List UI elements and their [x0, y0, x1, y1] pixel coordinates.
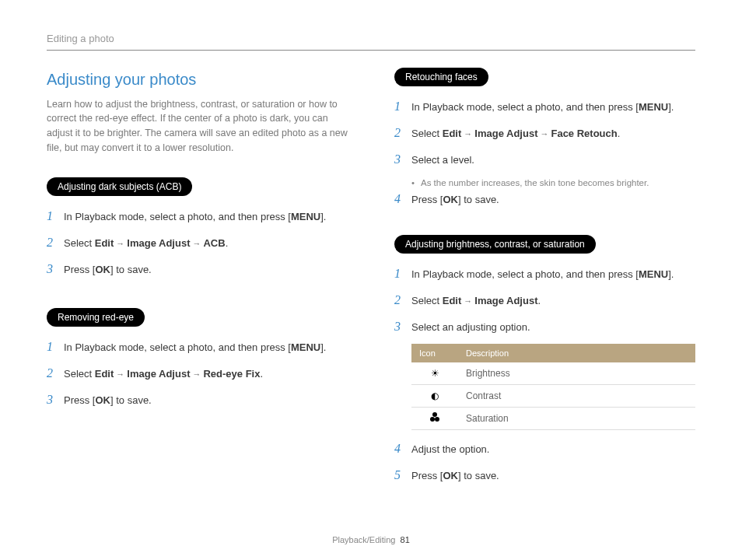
- image-adjust-label: Image Adjust: [474, 128, 537, 139]
- retouch-step-3-note: •As the number increases, the skin tone …: [411, 177, 695, 190]
- redeye-fix-label: Red-eye Fix: [203, 368, 260, 380]
- step-number: 2: [47, 233, 64, 252]
- step-number: 2: [394, 124, 411, 142]
- page-footer: Playback/Editing 81: [0, 534, 742, 547]
- intro-text: Learn how to adjust the brightness, cont…: [47, 97, 348, 156]
- table-header-icon: Icon: [411, 344, 458, 363]
- table-row: ◐ Contrast: [411, 385, 695, 408]
- arrow-icon: →: [464, 295, 472, 308]
- text: .: [537, 295, 541, 306]
- ok-icon: OK: [443, 194, 458, 205]
- text: ].: [320, 341, 326, 353]
- icon-description-table: Icon Description ☀ Brightness ◐ Contrast…: [411, 344, 695, 431]
- step-number: 1: [394, 97, 411, 116]
- heading-acb: Adjusting dark subjects (ACB): [47, 177, 192, 196]
- step-number: 2: [47, 364, 64, 383]
- text: .: [618, 128, 621, 139]
- text: In Playback mode, select a photo, and th…: [411, 268, 639, 280]
- text: Press [: [64, 264, 95, 275]
- saturation-icon: [429, 413, 440, 424]
- page-title: Adjusting your photos: [47, 68, 348, 91]
- text: Press [: [411, 470, 443, 481]
- text: .: [260, 368, 263, 380]
- redeye-step-2: 2 Select Edit→Image Adjust→Red-eye Fix.: [47, 364, 348, 383]
- text: In Playback mode, select a photo, and th…: [411, 101, 639, 113]
- acb-label: ACB: [203, 237, 225, 249]
- retouch-step-4: 4 Press [OK] to save.: [394, 190, 695, 208]
- ok-icon: OK: [443, 470, 458, 481]
- brightness-icon: ☀: [431, 368, 439, 379]
- image-adjust-label: Image Adjust: [127, 237, 190, 249]
- text: .: [226, 237, 229, 249]
- step-number: 2: [394, 291, 411, 310]
- retouch-step-3: 3 Select a level.: [394, 150, 695, 169]
- text: ] to save.: [110, 394, 152, 406]
- text: As the number increases, the skin tone b…: [421, 177, 649, 190]
- step-number: 5: [394, 466, 411, 485]
- step-number: 1: [47, 338, 64, 356]
- heading-retouch: Retouching faces: [394, 68, 488, 86]
- bcs-step-2: 2 Select Edit→Image Adjust.: [394, 291, 695, 310]
- image-adjust-label: Image Adjust: [127, 368, 190, 380]
- face-retouch-label: Face Retouch: [551, 128, 617, 139]
- text: ].: [320, 211, 326, 222]
- bcs-step-4: 4 Adjust the option.: [394, 439, 695, 458]
- menu-label: MENU: [639, 101, 668, 113]
- ok-icon: OK: [95, 394, 110, 406]
- step-number: 1: [47, 207, 64, 226]
- step-number: 3: [47, 390, 64, 409]
- right-column: Retouching faces 1 In Playback mode, sel…: [394, 68, 695, 493]
- heading-redeye: Removing red-eye: [47, 308, 145, 327]
- text: Select: [411, 128, 443, 139]
- text: Press [: [64, 394, 95, 406]
- acb-step-1: 1 In Playback mode, select a photo, and …: [47, 207, 348, 226]
- step-number: 3: [47, 260, 64, 278]
- contrast-icon: ◐: [431, 390, 439, 401]
- text: In Playback mode, select a photo, and th…: [64, 211, 291, 222]
- edit-label: Edit: [95, 237, 114, 249]
- menu-label: MENU: [639, 268, 668, 280]
- acb-step-3: 3 Press [OK] to save.: [47, 260, 348, 278]
- text: Select: [64, 237, 95, 249]
- acb-step-2: 2 Select Edit→Image Adjust→ACB.: [47, 233, 348, 252]
- image-adjust-label: Image Adjust: [474, 295, 537, 306]
- arrow-icon: →: [116, 237, 124, 250]
- table-row: ☀ Brightness: [411, 362, 695, 385]
- arrow-icon: →: [192, 237, 201, 250]
- footer-section: Playback/Editing: [332, 535, 395, 544]
- arrow-icon: →: [464, 128, 472, 141]
- svg-point-1: [430, 417, 435, 422]
- step-number: 4: [394, 439, 411, 458]
- bcs-step-1: 1 In Playback mode, select a photo, and …: [394, 264, 695, 283]
- text: Press [: [411, 194, 443, 205]
- ok-icon: OK: [95, 264, 110, 275]
- menu-label: MENU: [291, 341, 320, 353]
- retouch-step-2: 2 Select Edit→Image Adjust→Face Retouch.: [394, 124, 695, 142]
- retouch-step-1: 1 In Playback mode, select a photo, and …: [394, 97, 695, 116]
- svg-point-2: [435, 417, 439, 422]
- edit-label: Edit: [95, 368, 114, 380]
- cell-description: Saturation: [458, 408, 695, 430]
- step-number: 3: [394, 150, 411, 169]
- step-number: 3: [394, 317, 411, 336]
- arrow-icon: →: [540, 128, 548, 141]
- step-number: 4: [394, 190, 411, 208]
- page-number: 81: [401, 535, 410, 544]
- heading-bcs: Adjusting brightness, contrast, or satur…: [394, 235, 596, 254]
- text: Select: [64, 368, 95, 380]
- redeye-step-3: 3 Press [OK] to save.: [47, 390, 348, 409]
- left-column: Adjusting your photos Learn how to adjus…: [47, 68, 348, 493]
- text: ] to save.: [458, 470, 499, 481]
- svg-point-0: [432, 412, 437, 417]
- cell-description: Brightness: [458, 362, 695, 385]
- bcs-step-5: 5 Press [OK] to save.: [394, 466, 695, 485]
- edit-label: Edit: [443, 295, 462, 306]
- table-row: Saturation: [411, 408, 695, 430]
- table-header-description: Description: [458, 344, 695, 363]
- redeye-step-1: 1 In Playback mode, select a photo, and …: [47, 338, 348, 356]
- breadcrumb: Editing a photo: [47, 31, 695, 51]
- edit-label: Edit: [443, 128, 462, 139]
- text: Select an adjusting option.: [411, 320, 695, 335]
- text: ].: [668, 268, 674, 280]
- arrow-icon: →: [192, 368, 201, 381]
